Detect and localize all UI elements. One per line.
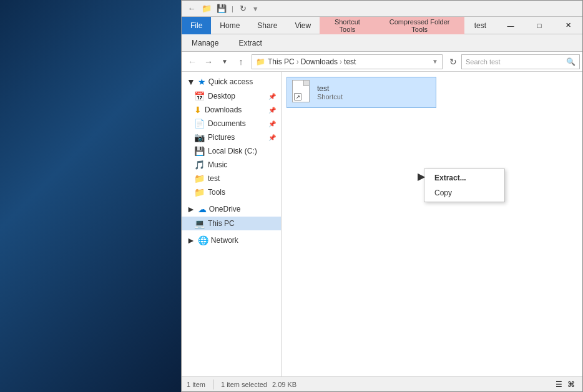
breadcrumb-this-pc: This PC	[268, 57, 295, 66]
nav-desktop-label: Desktop	[208, 92, 235, 100]
breadcrumb-folder-icon: 📁	[256, 57, 265, 66]
forward-button[interactable]: →	[200, 54, 217, 69]
onedrive-icon: ☁	[198, 204, 207, 214]
details-view-btn[interactable]: ☰	[552, 378, 565, 391]
network-icon: 🌐	[198, 235, 208, 245]
search-box[interactable]: Search test 🔍	[461, 54, 580, 69]
file-page-icon: ↗	[292, 80, 310, 102]
documents-icon: 📄	[194, 119, 205, 129]
nav-test-label: test	[208, 174, 220, 183]
mouse-cursor: ▶	[418, 170, 425, 182]
quick-access-star-icon: ★	[198, 77, 206, 87]
nav-documents-label: Documents	[208, 119, 246, 128]
nav-item-local-disk[interactable]: 💾 Local Disk (C:)	[182, 144, 281, 158]
nav-item-test[interactable]: 📁 test	[182, 172, 281, 185]
network-chevron: ►	[187, 235, 195, 245]
recent-locations-button[interactable]: ▼	[217, 54, 233, 69]
qat-floppy-btn[interactable]: 💾	[214, 2, 229, 16]
breadcrumb-test: test	[344, 57, 356, 66]
breadcrumb: 📁 This PC › Downloads › test	[256, 57, 432, 66]
nav-item-music[interactable]: 🎵 Music	[182, 158, 281, 172]
onedrive-label: OneDrive	[209, 205, 241, 213]
large-icons-view-btn[interactable]: ⌘	[565, 378, 577, 391]
nav-item-tools[interactable]: 📁 Tools	[182, 185, 281, 199]
refresh-button[interactable]: ↻	[445, 54, 461, 69]
nav-item-desktop[interactable]: 📅 Desktop 📌	[182, 89, 281, 103]
this-pc-icon: 💻	[194, 218, 205, 228]
ribbon-row2: Manage Extract	[182, 34, 582, 52]
search-text: Search test	[466, 58, 501, 66]
nav-tools-label: Tools	[208, 188, 225, 197]
tab-file[interactable]: File	[182, 17, 211, 34]
qat-back-btn[interactable]: ←	[184, 2, 199, 16]
address-bar-row: ← → ▼ ↑ 📁 This PC › Downloads › test ▼ ↻…	[182, 52, 582, 72]
file-type-text: Shortcut	[317, 93, 343, 100]
pictures-icon: 📷	[194, 132, 205, 142]
view-buttons: ☰ ⌘	[552, 378, 577, 391]
shortcut-arrow: ↗	[294, 93, 301, 100]
minimize-button[interactable]: —	[496, 17, 525, 34]
address-dropdown-icon[interactable]: ▼	[432, 58, 438, 65]
nav-pictures-label: Pictures	[208, 133, 235, 142]
file-info: test Shortcut	[317, 84, 343, 100]
explorer-window: ← 📁 💾 | ↻ ▼ File Home Share View Shortcu…	[181, 0, 583, 392]
breadcrumb-downloads: Downloads	[301, 57, 338, 66]
desktop-pin-icon: 📌	[268, 93, 276, 100]
desktop-icon: 📅	[194, 91, 205, 101]
qat-folder-btn[interactable]: 📁	[199, 2, 214, 16]
ribbon-tabs-row: File Home Share View Shortcut Tools Comp…	[182, 17, 582, 34]
quick-access-chevron: ▼	[187, 77, 195, 87]
downloads-pin-icon: 📌	[268, 107, 276, 114]
nav-local-disk-label: Local Disk (C:)	[208, 147, 257, 155]
tab-shortcut-tools[interactable]: Shortcut Tools	[320, 17, 375, 34]
tab-extract[interactable]: Extract	[228, 34, 272, 52]
onedrive-chevron: ►	[187, 204, 195, 214]
tab-view[interactable]: View	[286, 17, 320, 34]
nav-item-pictures[interactable]: 📷 Pictures 📌	[182, 130, 281, 144]
maximize-button[interactable]: □	[525, 17, 554, 34]
tab-manage[interactable]: Manage	[182, 34, 228, 52]
main-content: ▼ ★ Quick access 📅 Desktop 📌 ⬇ Downloads…	[182, 72, 582, 376]
nav-item-documents[interactable]: 📄 Documents 📌	[182, 117, 281, 130]
file-name-text: test	[317, 84, 343, 93]
close-button[interactable]: ✕	[554, 17, 582, 34]
nav-item-this-pc[interactable]: 💻 This PC	[182, 217, 281, 230]
nav-item-downloads[interactable]: ⬇ Downloads 📌	[182, 103, 281, 117]
address-box[interactable]: 📁 This PC › Downloads › test ▼	[252, 54, 443, 69]
breadcrumb-sep2: ›	[340, 57, 342, 66]
network-label: Network	[211, 236, 238, 245]
file-item-test[interactable]: ↗ test Shortcut	[287, 77, 436, 108]
tools-folder-icon: 📁	[194, 187, 205, 197]
search-icon: 🔍	[566, 57, 576, 66]
window-controls: — □ ✕	[496, 17, 582, 34]
back-button[interactable]: ←	[184, 54, 200, 69]
ctx-extract[interactable]: Extract...	[424, 170, 504, 185]
nav-music-label: Music	[208, 160, 227, 169]
selected-count: 1 item selected	[221, 381, 267, 388]
quick-access-label: Quick access	[208, 77, 253, 86]
file-area: ↗ test Shortcut Extract... Copy ▶	[282, 72, 582, 376]
window-title: test	[464, 21, 496, 30]
downloads-icon: ⬇	[194, 105, 202, 115]
context-menu: Extract... Copy	[424, 169, 505, 202]
tab-home[interactable]: Home	[211, 17, 248, 34]
file-size: 2.09 KB	[272, 381, 296, 388]
item-count: 1 item	[187, 381, 205, 388]
documents-pin-icon: 📌	[268, 120, 276, 127]
quick-access-header[interactable]: ▼ ★ Quick access	[182, 74, 281, 89]
pictures-pin-icon: 📌	[268, 134, 276, 141]
tab-share[interactable]: Share	[248, 17, 286, 34]
ctx-copy[interactable]: Copy	[424, 185, 504, 200]
breadcrumb-sep1: ›	[296, 57, 299, 66]
nav-this-pc-label: This PC	[208, 219, 235, 228]
up-button[interactable]: ↑	[233, 54, 249, 69]
local-disk-icon: 💾	[194, 146, 205, 156]
file-icon: ↗	[292, 80, 312, 105]
onedrive-header[interactable]: ► ☁ OneDrive	[182, 202, 281, 217]
test-folder-icon: 📁	[194, 174, 205, 184]
nav-downloads-label: Downloads	[205, 105, 242, 114]
qat-undo-btn[interactable]: ↻	[236, 2, 251, 16]
qat-separator: |	[229, 5, 236, 12]
tab-compressed-folder-tools[interactable]: Compressed Folder Tools	[375, 17, 464, 34]
network-header[interactable]: ► 🌐 Network	[182, 233, 281, 248]
